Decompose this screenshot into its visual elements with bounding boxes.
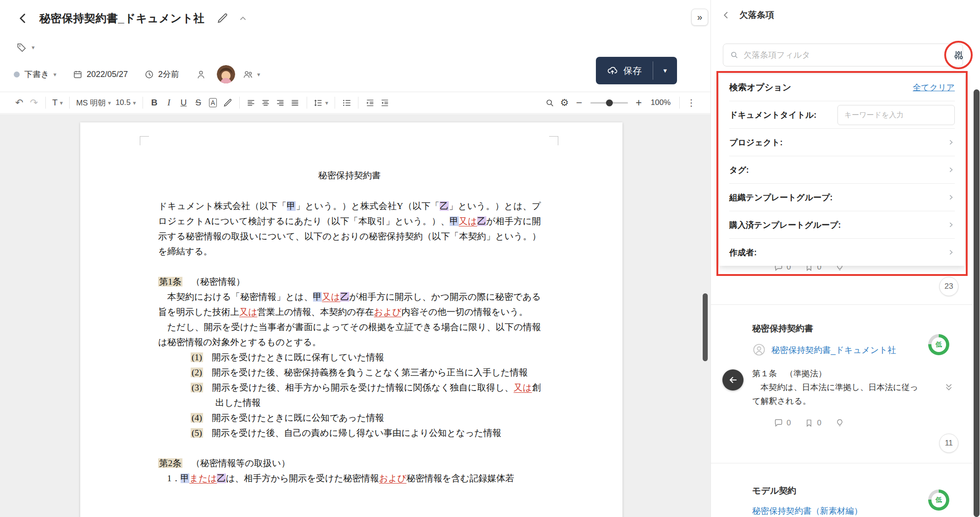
- filter-row-label: 組織テンプレートグループ:: [729, 192, 832, 203]
- char-border-button[interactable]: A: [206, 94, 220, 111]
- search-options-popup: 検索オプション 全てクリア ドキュメントタイトル:プロジェクト:タグ:組織テンプ…: [719, 74, 965, 266]
- risk-indicator: 低: [928, 334, 949, 355]
- doc-block-h: 第1条 （秘密情報）: [158, 274, 541, 289]
- filter-row-label: 作成者:: [729, 247, 757, 258]
- redo-button[interactable]: ↷: [27, 94, 41, 111]
- owner-icon[interactable]: [196, 69, 206, 80]
- page-title: 秘密保持契約書_ドキュメント社: [39, 11, 204, 26]
- bullet-list-button[interactable]: [339, 94, 354, 111]
- margin-mark-right: [549, 136, 558, 145]
- save-button[interactable]: 保存: [596, 57, 653, 84]
- back-icon[interactable]: [17, 12, 29, 25]
- document-link[interactable]: 秘密保持契約書（新素材編）: [752, 505, 863, 517]
- align-left-button[interactable]: [244, 94, 259, 111]
- underline-button[interactable]: U: [176, 94, 191, 111]
- tag-row: ▾: [17, 42, 35, 53]
- align-center-button[interactable]: [259, 94, 273, 111]
- filter-row-label: 購入済テンプレートグループ:: [729, 220, 841, 231]
- last-edited: 2分前: [144, 69, 179, 80]
- collaborators-selector[interactable]: ▾: [242, 69, 260, 80]
- clause-filter-input[interactable]: [743, 50, 956, 60]
- document-page[interactable]: 秘密保持契約書ドキュメント株式会社（以下「甲」という。）と株式会社Y（以下「乙」…: [80, 122, 622, 517]
- font-family-selector[interactable]: MS 明朝▾: [74, 94, 113, 111]
- editor-settings-button[interactable]: ⚙: [557, 94, 572, 111]
- chevron-right-icon: [947, 221, 955, 229]
- chevron-right-icon: [947, 193, 955, 201]
- more-options-button[interactable]: ⋮: [684, 94, 699, 111]
- status-label: 下書き: [24, 69, 49, 80]
- user-avatar[interactable]: [217, 65, 235, 83]
- editor-canvas: 秘密保持契約書ドキュメント株式会社（以下「甲」という。）と株式会社Y（以下「乙」…: [0, 114, 710, 517]
- document-meta-row: 下書き ▾ 2022/05/27 2分前 ▾: [14, 61, 260, 87]
- status-dot-icon: [14, 72, 20, 77]
- search-options-title: 検索オプション: [729, 82, 791, 94]
- filter-row-2[interactable]: タグ:: [729, 156, 955, 183]
- zoom-out-button[interactable]: −: [572, 94, 587, 111]
- risk-label: 低: [931, 337, 946, 352]
- clear-all-link[interactable]: 全てクリア: [913, 82, 955, 93]
- doc-block-li: (3) 開示を受けた後、相手方から開示を受けた情報に関係なく独自に取得し、又は創…: [158, 380, 541, 410]
- filter-row-5[interactable]: 作成者:: [729, 238, 955, 266]
- save-dropdown-button[interactable]: ▾: [653, 57, 677, 84]
- expand-clause-icon[interactable]: [944, 382, 954, 392]
- status-selector[interactable]: 下書き ▾: [14, 69, 56, 80]
- tag-icon[interactable]: [17, 42, 27, 53]
- highlight-pen-button[interactable]: [220, 94, 235, 111]
- doc-block-h: 第2条 （秘密情報等の取扱い）: [158, 456, 541, 471]
- filter-row-1[interactable]: プロジェクト:: [729, 128, 955, 156]
- filter-rows: ドキュメントタイトル:プロジェクト:タグ:組織テンプレートグループ:購入済テンプ…: [729, 101, 955, 266]
- chevron-right-icon: [947, 248, 955, 256]
- zoom-in-button[interactable]: +: [632, 94, 646, 111]
- panel-back-icon[interactable]: [721, 10, 731, 20]
- line-spacing-selector[interactable]: ▾: [311, 94, 331, 111]
- editor-scrollbar-thumb[interactable]: [703, 293, 708, 361]
- divider: [711, 463, 973, 463]
- zoom-slider-thumb[interactable]: [606, 99, 613, 106]
- date-value: 2022/05/27: [87, 70, 128, 79]
- sliders-icon: [952, 49, 965, 61]
- suggestion-icon[interactable]: [835, 418, 844, 428]
- comments-indicator[interactable]: 0: [774, 418, 791, 428]
- text-style-selector[interactable]: T▾: [50, 94, 65, 111]
- filter-options-button[interactable]: [947, 44, 969, 66]
- collapse-header-icon[interactable]: [238, 14, 248, 23]
- panel-scrollbar-thumb[interactable]: [974, 89, 980, 517]
- italic-button[interactable]: I: [162, 94, 176, 111]
- zoom-level: 100%: [651, 98, 671, 107]
- filter-row-3[interactable]: 組織テンプレートグループ:: [729, 183, 955, 211]
- editor-main-area: 秘密保持契約書_ドキュメント社 ▾ 下書き ▾ 2022/05/27: [0, 0, 710, 517]
- align-justify-button[interactable]: [288, 94, 303, 111]
- clause-title: 第１条 （準拠法）: [752, 367, 926, 380]
- filter-keyword-input[interactable]: [837, 105, 955, 125]
- document-body[interactable]: 秘密保持契約書ドキュメント株式会社（以下「甲」という。）と株式会社Y（以下「乙」…: [158, 168, 541, 486]
- strikethrough-button[interactable]: S: [191, 94, 206, 111]
- jump-to-clause-button[interactable]: [722, 369, 743, 390]
- panel-header: 欠落条項: [711, 0, 980, 30]
- font-size-selector[interactable]: 10.5▾: [113, 94, 138, 111]
- doc-block-li: (5) 開示を受けた後、自己の責めに帰し得ない事由により公知となった情報: [158, 425, 541, 440]
- clause-body: 本契約は、日本法に準拠し、日本法に従って解釈される。: [752, 380, 926, 408]
- bold-button[interactable]: B: [147, 94, 162, 111]
- calendar-icon: [73, 70, 83, 79]
- indent-button[interactable]: [377, 94, 392, 111]
- align-right-button[interactable]: [273, 94, 288, 111]
- panel-expand-button[interactable]: »: [691, 9, 708, 26]
- comment-icon: [774, 418, 783, 428]
- risk-label: 低: [931, 493, 946, 507]
- doc-block-li: (2) 開示を受けた後、秘密保持義務を負うことなく第三者から正当に入手した情報: [158, 365, 541, 380]
- clause-preview: 第１条 （準拠法） 本契約は、日本法に準拠し、日本法に従って解釈される。: [752, 367, 926, 408]
- search-in-doc-button[interactable]: [543, 94, 557, 111]
- search-icon: [730, 50, 739, 60]
- undo-button[interactable]: ↶: [12, 94, 27, 111]
- document-date: 2022/05/27: [73, 70, 128, 79]
- tag-caret-icon[interactable]: ▾: [32, 44, 35, 50]
- bookmarks-indicator[interactable]: 0: [804, 418, 821, 428]
- filter-row-4[interactable]: 購入済テンプレートグループ:: [729, 211, 955, 238]
- zoom-slider[interactable]: [590, 102, 628, 104]
- risk-indicator: 低: [928, 490, 949, 511]
- document-link[interactable]: 秘密保持契約書_ドキュメント社: [771, 344, 896, 356]
- edit-title-icon[interactable]: [216, 12, 228, 24]
- chevron-right-icon: [947, 166, 955, 174]
- document-owner-icon: [752, 343, 766, 357]
- outdent-button[interactable]: [363, 94, 377, 111]
